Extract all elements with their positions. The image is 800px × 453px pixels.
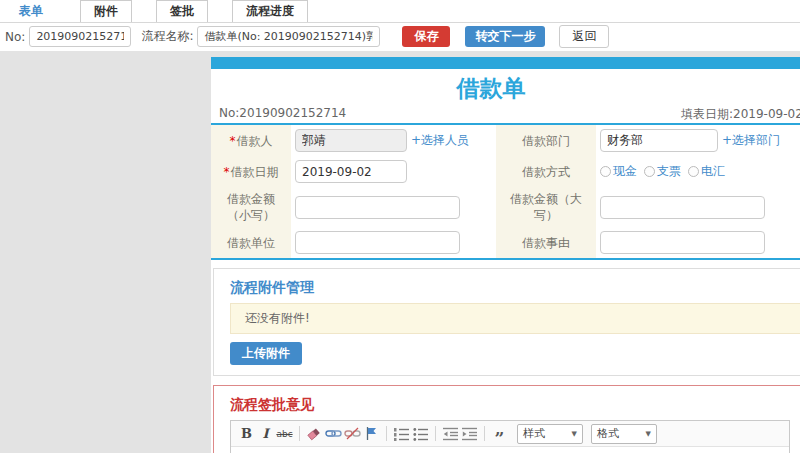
upload-attachment-button[interactable]: 上传附件 (230, 342, 302, 365)
loan-date-label: *借款日期 (211, 156, 291, 187)
bullet-list-icon[interactable] (412, 425, 429, 443)
toolbar-separator (386, 426, 387, 441)
loan-method-field-cell: 现金 支票 电汇 (596, 156, 800, 187)
tab-form[interactable]: 表单 (6, 1, 56, 22)
radio-check[interactable]: 支票 (644, 163, 681, 180)
loan-form-table: *借款人 +选择人员 借款部门 +选择部门 *借款日期 借款方式 (211, 123, 800, 260)
decrease-indent-icon[interactable] (442, 425, 459, 443)
select-person-link[interactable]: +选择人员 (411, 132, 469, 149)
no-label: No: (5, 30, 25, 44)
attachments-section-title: 流程附件管理 (230, 279, 800, 295)
strikethrough-button[interactable]: abc (276, 425, 293, 443)
format-dropdown[interactable]: 格式 ▼ (591, 424, 657, 444)
radio-circle-icon[interactable] (600, 166, 611, 177)
amount-uppercase-label: 借款金额（大写） (496, 187, 596, 227)
form-meta: No:20190902152714 填表日期:2019-09-02 15:27:… (211, 103, 800, 123)
chevron-down-icon: ▼ (646, 430, 651, 438)
page-title: 借款单 (211, 73, 771, 103)
loan-reason-label: 借款事由 (496, 227, 596, 258)
italic-button[interactable]: I (257, 425, 274, 443)
form-title-wrap: 借款单 (211, 73, 771, 103)
no-input[interactable] (29, 26, 131, 47)
loan-method-radio-group: 现金 支票 电汇 (600, 163, 732, 180)
loan-form-panel: 借款单 No:20190902152714 填表日期:2019-09-02 15… (211, 57, 800, 453)
tab-bar: 表单 附件 签批 流程进度 (0, 0, 800, 23)
loan-date-input[interactable] (295, 160, 407, 183)
form-header-bar (211, 57, 800, 69)
toolbar-separator (435, 426, 436, 441)
chevron-down-icon: ▼ (572, 430, 577, 438)
remove-format-eraser-icon[interactable] (306, 425, 323, 443)
radio-circle-icon[interactable] (644, 166, 655, 177)
tab-attachments[interactable]: 附件 (80, 0, 132, 22)
process-name-input[interactable] (197, 26, 380, 47)
department-label: 借款部门 (496, 125, 596, 156)
save-button[interactable]: 保存 (402, 26, 450, 47)
numbered-list-icon[interactable] (393, 425, 410, 443)
editor-toolbar: B I abc (231, 421, 789, 447)
required-marker: * (224, 164, 230, 180)
radio-cash[interactable]: 现金 (600, 163, 637, 180)
attachments-section: 流程附件管理 还没有附件! 上传附件 (213, 268, 800, 376)
loan-unit-input[interactable] (295, 231, 460, 254)
amount-uppercase-input[interactable] (600, 196, 765, 219)
unlink-icon[interactable] (344, 425, 361, 443)
loan-unit-field-cell (291, 227, 496, 258)
back-button[interactable]: 返回 (559, 25, 609, 48)
rich-text-editor: B I abc (230, 420, 790, 453)
loan-date-field-cell (291, 156, 496, 187)
borrower-label: *借款人 (211, 125, 291, 156)
borrower-input[interactable] (295, 129, 407, 152)
form-number: No:20190902152714 (219, 106, 346, 120)
loan-reason-field-cell (596, 227, 800, 258)
increase-indent-icon[interactable] (461, 425, 478, 443)
no-attachments-notice: 还没有附件! (230, 303, 800, 334)
toolbar-separator (299, 426, 300, 441)
amount-lowercase-label: 借款金额（小写） (211, 187, 291, 227)
borrower-field-cell: +选择人员 (291, 125, 496, 156)
forward-next-step-button[interactable]: 转交下一步 (465, 26, 545, 47)
department-input[interactable] (600, 129, 718, 152)
select-department-link[interactable]: +选择部门 (722, 132, 780, 149)
loan-unit-label: 借款单位 (211, 227, 291, 258)
bold-button[interactable]: B (238, 425, 255, 443)
amount-lowercase-input[interactable] (295, 196, 460, 219)
blockquote-icon[interactable]: ” (491, 425, 508, 443)
department-field-cell: +选择部门 (596, 125, 800, 156)
loan-reason-input[interactable] (600, 231, 765, 254)
styles-dropdown[interactable]: 样式 ▼ (517, 424, 583, 444)
screen: 表单 附件 签批 流程进度 No: 流程名称: 保存 转交下一步 返回 借款单 … (0, 0, 800, 453)
toolbar-separator (484, 426, 485, 441)
link-icon[interactable] (325, 425, 342, 443)
action-toolbar: No: 流程名称: 保存 转交下一步 返回 (0, 23, 800, 50)
radio-circle-icon[interactable] (688, 166, 699, 177)
top-header: 表单 附件 签批 流程进度 No: 流程名称: 保存 转交下一步 返回 (0, 0, 800, 51)
required-marker: * (230, 133, 236, 149)
amount-uppercase-field-cell (596, 187, 800, 227)
process-name-label: 流程名称: (141, 28, 193, 45)
approval-section-title: 流程签批意见 (230, 396, 800, 412)
tab-approval[interactable]: 签批 (156, 0, 208, 22)
radio-wire-transfer[interactable]: 电汇 (688, 163, 725, 180)
amount-lowercase-field-cell (291, 187, 496, 227)
editor-content-area[interactable] (231, 447, 789, 453)
loan-method-label: 借款方式 (496, 156, 596, 187)
form-fill-date: 填表日期:2019-09-02 15:27:1 (681, 106, 800, 123)
approval-comments-section: 流程签批意见 B I abc (213, 385, 800, 453)
tab-process-progress[interactable]: 流程进度 (232, 0, 308, 22)
anchor-flag-icon[interactable] (363, 425, 380, 443)
